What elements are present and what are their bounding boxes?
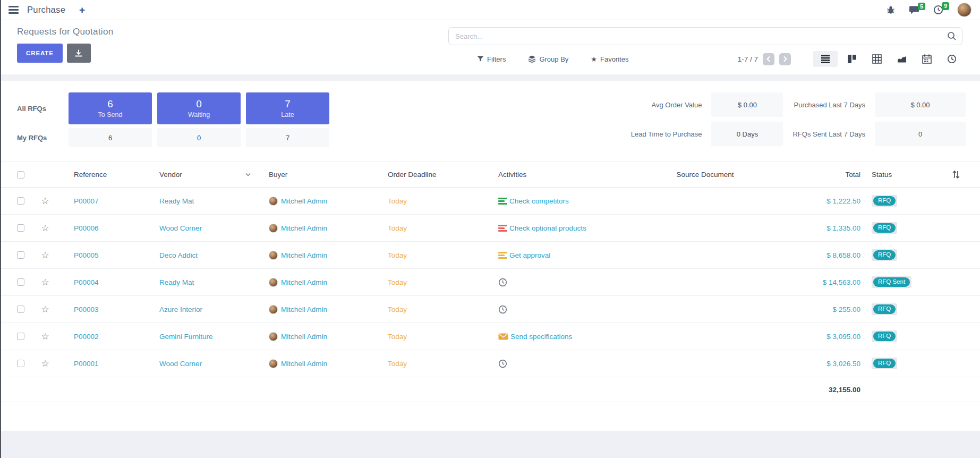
row-checkbox[interactable] bbox=[17, 251, 24, 259]
table-row[interactable]: ☆ P00002 Gemini Furniture Mitchell Admin… bbox=[0, 323, 980, 350]
pivot-view-button[interactable] bbox=[866, 51, 888, 67]
row-activity[interactable]: Check competitors bbox=[491, 197, 667, 205]
favorite-star-icon[interactable]: ☆ bbox=[41, 359, 49, 368]
column-header-source-document[interactable]: Source Document bbox=[667, 171, 744, 179]
column-header-status[interactable]: Status bbox=[863, 171, 932, 179]
kanban-view-button[interactable] bbox=[841, 51, 863, 67]
search-input[interactable] bbox=[448, 27, 962, 45]
row-reference[interactable]: P00005 bbox=[58, 251, 154, 259]
table-row[interactable]: ☆ P00007 Ready Mat Mitchell Admin Today … bbox=[0, 188, 980, 215]
row-vendor[interactable]: Ready Mat bbox=[159, 278, 194, 286]
row-order-deadline[interactable]: Today bbox=[380, 306, 491, 313]
debug-bug-icon[interactable] bbox=[887, 6, 895, 14]
row-checkbox[interactable] bbox=[17, 197, 24, 205]
row-order-deadline[interactable]: Today bbox=[380, 224, 491, 232]
pager-next-button[interactable] bbox=[779, 53, 791, 65]
favorite-star-icon[interactable]: ☆ bbox=[41, 332, 49, 341]
row-order-deadline[interactable]: Today bbox=[380, 278, 491, 286]
favorites-button[interactable]: ★ Favorites bbox=[591, 55, 628, 63]
pager-previous-button[interactable] bbox=[763, 53, 774, 65]
row-checkbox[interactable] bbox=[17, 278, 24, 286]
optional-columns-icon[interactable] bbox=[952, 170, 960, 179]
user-avatar[interactable] bbox=[957, 3, 972, 17]
row-activity[interactable] bbox=[491, 278, 667, 287]
row-order-deadline[interactable]: Today bbox=[380, 197, 491, 205]
favorite-star-icon[interactable]: ☆ bbox=[41, 278, 49, 287]
select-all-checkbox[interactable] bbox=[17, 171, 24, 179]
row-total[interactable]: $ 1,335.00 bbox=[744, 224, 863, 232]
row-vendor[interactable]: Wood Corner bbox=[159, 224, 202, 232]
row-reference[interactable]: P00002 bbox=[58, 333, 154, 341]
my-waiting-cell[interactable]: 0 bbox=[157, 128, 241, 147]
row-reference[interactable]: P00001 bbox=[58, 360, 154, 368]
column-header-vendor[interactable]: Vendor bbox=[154, 171, 260, 179]
apps-menu-icon[interactable] bbox=[8, 6, 19, 14]
row-buyer[interactable]: Mitchell Admin bbox=[260, 251, 380, 260]
favorite-star-icon[interactable]: ☆ bbox=[41, 251, 49, 260]
app-name[interactable]: Purchase bbox=[27, 5, 65, 15]
status-badge[interactable]: RFQ bbox=[873, 359, 896, 369]
calendar-view-button[interactable] bbox=[916, 51, 938, 67]
row-buyer[interactable]: Mitchell Admin bbox=[260, 197, 380, 206]
row-checkbox[interactable] bbox=[17, 224, 24, 232]
export-button[interactable] bbox=[67, 44, 91, 63]
table-row[interactable]: ☆ P00003 Azure Interior Mitchell Admin T… bbox=[0, 296, 980, 323]
plus-icon[interactable]: + bbox=[79, 5, 85, 15]
card-to-send[interactable]: 6 To Send bbox=[69, 92, 152, 124]
table-row[interactable]: ☆ P00005 Deco Addict Mitchell Admin Toda… bbox=[0, 242, 980, 269]
status-badge[interactable]: RFQ bbox=[873, 250, 896, 260]
card-late[interactable]: 7 Late bbox=[246, 92, 329, 124]
my-late-cell[interactable]: 7 bbox=[246, 128, 329, 147]
row-vendor[interactable]: Ready Mat bbox=[159, 197, 194, 205]
my-to-send-cell[interactable]: 6 bbox=[69, 128, 152, 147]
row-activity[interactable] bbox=[491, 359, 667, 368]
activity-view-button[interactable] bbox=[941, 51, 962, 67]
row-activity[interactable]: Send specifications bbox=[491, 333, 667, 341]
group-by-button[interactable]: Group By bbox=[528, 55, 568, 63]
row-buyer[interactable]: Mitchell Admin bbox=[260, 332, 380, 341]
row-total[interactable]: $ 14,563.00 bbox=[744, 278, 863, 286]
list-view-button[interactable] bbox=[813, 51, 838, 67]
activities-clock-icon[interactable]: 9 bbox=[933, 5, 943, 15]
row-activity[interactable] bbox=[491, 305, 667, 314]
messages-icon[interactable]: 5 bbox=[909, 5, 919, 15]
row-activity[interactable]: Get approval bbox=[491, 251, 667, 259]
column-header-buyer[interactable]: Buyer bbox=[260, 171, 380, 179]
status-badge[interactable]: RFQ bbox=[873, 332, 896, 342]
row-buyer[interactable]: Mitchell Admin bbox=[260, 224, 380, 233]
favorite-star-icon[interactable]: ☆ bbox=[41, 224, 49, 233]
table-row[interactable]: ☆ P00001 Wood Corner Mitchell Admin Toda… bbox=[0, 350, 980, 377]
row-buyer[interactable]: Mitchell Admin bbox=[260, 278, 380, 287]
status-badge[interactable]: RFQ bbox=[873, 196, 896, 206]
column-header-total[interactable]: Total bbox=[744, 171, 863, 179]
column-header-activities[interactable]: Activities bbox=[491, 171, 667, 179]
row-vendor[interactable]: Deco Addict bbox=[159, 251, 198, 259]
row-buyer[interactable]: Mitchell Admin bbox=[260, 359, 380, 368]
row-order-deadline[interactable]: Today bbox=[380, 360, 491, 368]
row-total[interactable]: $ 3,095.00 bbox=[744, 333, 863, 341]
status-badge[interactable]: RFQ Sent bbox=[873, 277, 910, 287]
row-order-deadline[interactable]: Today bbox=[380, 251, 491, 259]
row-vendor[interactable]: Azure Interior bbox=[159, 306, 202, 313]
row-activity[interactable]: Check optional products bbox=[491, 224, 667, 232]
filters-button[interactable]: Filters bbox=[477, 55, 506, 63]
table-row[interactable]: ☆ P00006 Wood Corner Mitchell Admin Toda… bbox=[0, 215, 980, 242]
favorite-star-icon[interactable]: ☆ bbox=[41, 305, 49, 314]
card-waiting[interactable]: 0 Waiting bbox=[157, 92, 241, 124]
row-total[interactable]: $ 255.00 bbox=[744, 306, 863, 313]
row-checkbox[interactable] bbox=[17, 360, 24, 367]
favorite-star-icon[interactable]: ☆ bbox=[41, 197, 49, 206]
row-vendor[interactable]: Wood Corner bbox=[159, 360, 202, 368]
row-reference[interactable]: P00004 bbox=[58, 278, 154, 286]
status-badge[interactable]: RFQ bbox=[873, 223, 896, 233]
graph-view-button[interactable] bbox=[891, 51, 913, 67]
table-row[interactable]: ☆ P00004 Ready Mat Mitchell Admin Today … bbox=[0, 269, 980, 296]
row-total[interactable]: $ 3,026.50 bbox=[744, 360, 863, 368]
create-button[interactable]: CREATE bbox=[17, 44, 63, 63]
row-checkbox[interactable] bbox=[17, 333, 24, 340]
row-reference[interactable]: P00007 bbox=[58, 197, 154, 205]
row-total[interactable]: $ 1,222.50 bbox=[744, 197, 863, 205]
search-icon[interactable] bbox=[947, 31, 957, 41]
row-reference[interactable]: P00003 bbox=[58, 306, 154, 313]
row-total[interactable]: $ 8,658.00 bbox=[744, 251, 863, 259]
